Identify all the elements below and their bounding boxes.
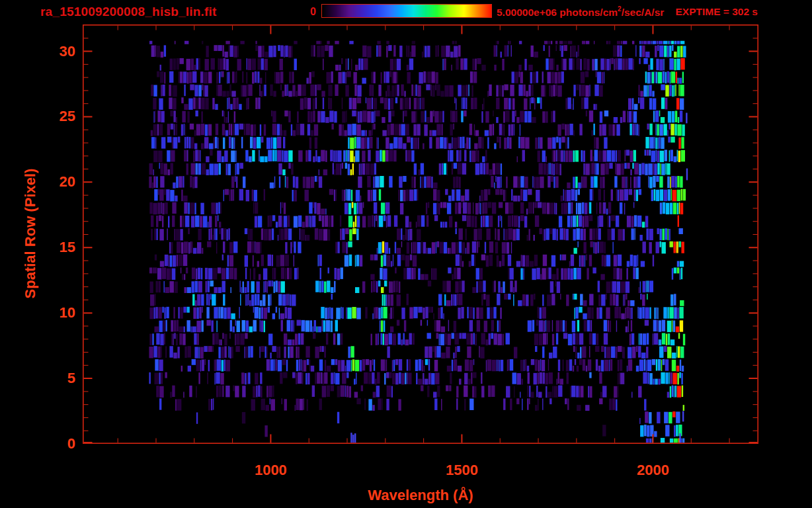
y-tick-label: 15 [17, 239, 75, 256]
y-tick-label: 25 [17, 108, 75, 125]
colorbar-min-label: 0 [278, 6, 316, 18]
y-tick-label: 20 [17, 173, 75, 190]
x-tick-label: 1500 [415, 462, 508, 479]
colorbar-max-value: 5.00000e+06 [497, 7, 559, 18]
y-tick-label: 0 [17, 435, 75, 452]
y-tick-label: 30 [17, 43, 75, 60]
x-tick-label: 1000 [224, 462, 317, 479]
colorbar [321, 4, 492, 18]
x-axis-title: Wavelength (Å) [83, 487, 758, 504]
exptime-label: EXPTIME = 302 s [676, 6, 758, 18]
colorbar-units-prefix: photons/cm [559, 7, 618, 18]
colorbar-units-suffix: /sec/A/sr [622, 7, 665, 18]
colorbar-max-label: 5.00000e+06 photons/cm2/sec/A/sr [497, 6, 664, 19]
file-title: ra_151009200008_hisb_lin.fit [40, 5, 217, 19]
colorbar-units-superscript: 2 [618, 5, 622, 13]
y-tick-label: 5 [17, 370, 75, 387]
y-tick-label: 10 [17, 304, 75, 321]
spectrogram-plot [83, 24, 758, 444]
colorbar-gradient [322, 5, 491, 17]
x-tick-label: 2000 [606, 462, 699, 479]
